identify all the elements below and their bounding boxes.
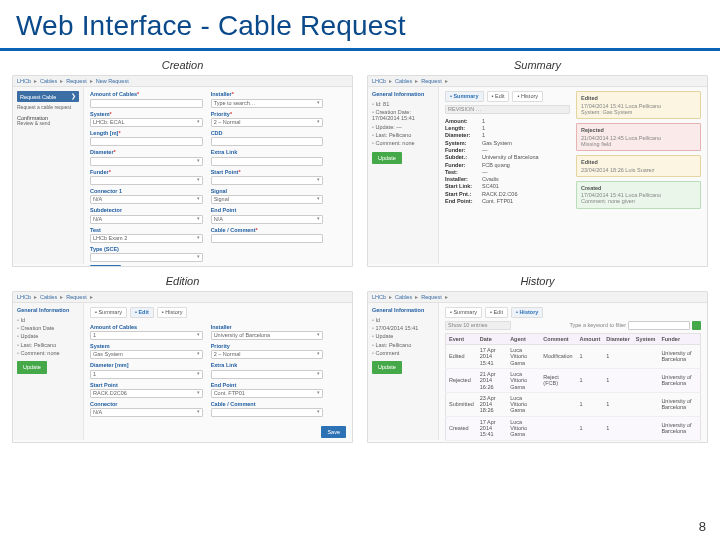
field-label: Extra Link <box>211 362 324 368</box>
form-input[interactable] <box>90 253 203 262</box>
form-input[interactable] <box>211 370 324 379</box>
form-input[interactable]: N/A <box>211 215 324 224</box>
tab-summary[interactable]: • Summary <box>445 91 484 101</box>
search-input[interactable] <box>628 321 690 330</box>
form-input[interactable] <box>90 157 203 166</box>
status-card: Created17/04/2014 15:41 Luca PellicanoCo… <box>576 181 701 209</box>
confirm-button[interactable]: Confirm <box>90 265 121 267</box>
form-input[interactable] <box>211 408 324 417</box>
tab-history[interactable]: • History <box>157 307 188 317</box>
field-label: Diameter [mm] <box>90 362 203 368</box>
table-row: Rejected21 Apr 2014 16:26Luca Vittorio G… <box>446 368 701 392</box>
tab-summary[interactable]: • Summary <box>90 307 127 317</box>
caption-history: History <box>367 275 708 287</box>
field-label: Subdetector <box>90 207 203 213</box>
field-label: Installer <box>211 324 324 330</box>
search-button[interactable] <box>692 321 701 330</box>
search-label: Type a keyword to filter <box>569 322 626 328</box>
field-label: Connector 1 <box>90 188 203 194</box>
form-input[interactable]: 1 <box>90 331 203 340</box>
breadcrumb: LHCb▸ Cables▸ Request▸ <box>368 76 707 87</box>
revision-bar: REVISION … <box>445 105 570 114</box>
field-label: Diameter* <box>90 149 203 155</box>
side-title: General Information <box>372 91 434 97</box>
step-request-cable[interactable]: Request Cable❯ <box>17 91 79 102</box>
screenshot-creation: LHCb▸ Cables▸ Request▸ New Request Reque… <box>12 75 353 267</box>
status-card: Edited23/04/2014 18:26 Luis Suarez <box>576 155 701 177</box>
breadcrumb: LHCb▸ Cables▸ Request▸ <box>13 292 352 303</box>
status-card: Edited17/04/2014 15:41 Luca PellicanoSys… <box>576 91 701 119</box>
screenshot-history: LHCb▸ Cables▸ Request▸ General Informati… <box>367 291 708 443</box>
screenshot-summary: LHCb▸ Cables▸ Request▸ General Informati… <box>367 75 708 267</box>
breadcrumb: LHCb▸ Cables▸ Request▸ <box>368 292 707 303</box>
form-input[interactable]: Signal <box>211 195 324 204</box>
chevron-right-icon: ❯ <box>71 93 76 100</box>
pager: First Previous 1 Next Last <box>445 441 701 443</box>
form-input[interactable] <box>211 137 324 146</box>
caption-summary: Summary <box>367 59 708 71</box>
form-input[interactable] <box>211 176 324 185</box>
slide-title: Web Interface - Cable Request <box>0 0 720 48</box>
form-input[interactable]: 2 – Normal <box>211 118 324 127</box>
form-input[interactable]: Type to search… <box>211 99 324 108</box>
form-input[interactable]: Gas System <box>90 350 203 359</box>
field-label: Start Point* <box>211 169 324 175</box>
form-input[interactable]: LHCb Exam 2 <box>90 234 203 243</box>
form-input[interactable] <box>90 137 203 146</box>
field-label: CDD <box>211 130 324 136</box>
field-label: End Point <box>211 207 324 213</box>
field-label: Type (SCE) <box>90 246 203 252</box>
field-label: Cable / Comment <box>211 401 324 407</box>
form-input[interactable] <box>211 234 324 243</box>
tab-edit[interactable]: • Edit <box>487 91 510 101</box>
form-input[interactable] <box>211 157 324 166</box>
table-row: Submitted23 Apr 2014 18:26Luca Vittorio … <box>446 392 701 416</box>
caption-edition: Edition <box>12 275 353 287</box>
field-label: Signal <box>211 188 324 194</box>
tab-history[interactable]: • History <box>511 307 543 317</box>
screenshot-edition: LHCb▸ Cables▸ Request▸ General Informati… <box>12 291 353 443</box>
save-button[interactable]: Save <box>321 426 346 438</box>
field-label: System <box>90 343 203 349</box>
form-input[interactable]: LHCb: ECAL <box>90 118 203 127</box>
form-input[interactable]: N/A <box>90 195 203 204</box>
tab-edit[interactable]: • Edit <box>485 307 508 317</box>
show-entries[interactable]: Show 10 entries <box>445 321 511 330</box>
form-input[interactable] <box>90 99 203 108</box>
field-label: Priority <box>211 343 324 349</box>
update-button[interactable]: Update <box>17 361 47 373</box>
form-input[interactable] <box>90 176 203 185</box>
tab-history[interactable]: • History <box>512 91 543 101</box>
field-label: Start Point <box>90 382 203 388</box>
update-button[interactable]: Update <box>372 152 402 164</box>
history-table: EventDateAgentCommentAmountDiameterSyste… <box>445 333 701 441</box>
field-label: Amount of Cables* <box>90 91 203 97</box>
field-label: System* <box>90 111 203 117</box>
field-label: Connector <box>90 401 203 407</box>
form-input[interactable]: RACK.D2C06 <box>90 389 203 398</box>
tab-edit[interactable]: • Edit <box>130 307 154 317</box>
status-card: Rejected21/04/2014 12:45 Luca PellicanoM… <box>576 123 701 151</box>
field-label: Amount of Cables <box>90 324 203 330</box>
breadcrumb: LHCb▸ Cables▸ Request▸ New Request <box>13 76 352 87</box>
side-title: General Information <box>372 307 434 313</box>
field-label: Installer* <box>211 91 324 97</box>
form-input[interactable]: 1 <box>90 370 203 379</box>
form-input[interactable]: N/A <box>90 215 203 224</box>
table-row: Created17 Apr 2014 15:41Luca Vittorio Ga… <box>446 416 701 440</box>
field-label: Extra Link <box>211 149 324 155</box>
side-title: General Information <box>17 307 79 313</box>
field-label: End Point <box>211 382 324 388</box>
form-input[interactable]: N/A <box>90 408 203 417</box>
caption-creation: Creation <box>12 59 353 71</box>
field-label: Test <box>90 227 203 233</box>
form-input[interactable]: University of Barcelona <box>211 331 324 340</box>
form-input[interactable]: 2 – Normal <box>211 350 324 359</box>
field-label: Length [m]* <box>90 130 203 136</box>
update-button[interactable]: Update <box>372 361 402 373</box>
tab-summary[interactable]: • Summary <box>445 307 482 317</box>
form-input[interactable]: Cont. FTP01 <box>211 389 324 398</box>
table-row: Edited17 Apr 2014 15:41Luca Vittorio Gam… <box>446 344 701 368</box>
field-label: Funder* <box>90 169 203 175</box>
field-label: Cable / Comment* <box>211 227 324 233</box>
